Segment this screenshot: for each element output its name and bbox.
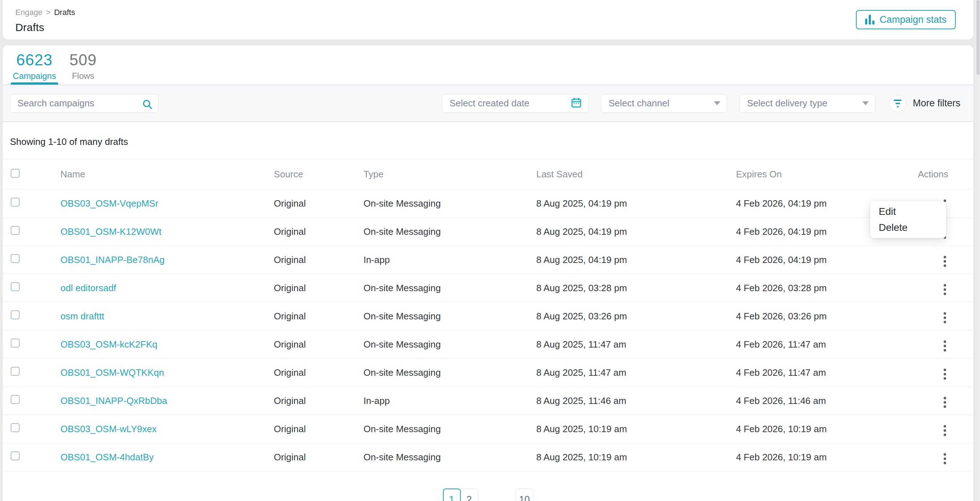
source-cell: Original: [274, 424, 306, 434]
type-cell: On-site Messaging: [363, 367, 441, 378]
source-cell: Original: [274, 367, 306, 378]
created-date-filter[interactable]: Select created date: [442, 94, 589, 113]
menu-item-delete[interactable]: Delete: [870, 219, 946, 236]
expires-on-cell: 4 Feb 2026, 11:47 am: [736, 339, 826, 350]
campaign-name-link[interactable]: OBS03_OSM-kcK2FKq: [60, 339, 158, 350]
last-saved-cell: 8 Aug 2025, 04:19 pm: [536, 198, 627, 209]
row-actions-kebab-icon[interactable]: [940, 366, 950, 383]
page-header-card: Engage > Drafts Drafts Campaign stats: [3, 0, 973, 39]
page-button-2[interactable]: 2: [460, 488, 478, 501]
breadcrumb: Engage > Drafts: [15, 8, 973, 17]
source-cell: Original: [274, 311, 306, 322]
row-checkbox[interactable]: [11, 423, 20, 432]
search-icon[interactable]: [142, 99, 153, 111]
table-row: OBS03_OSM-kcK2FKq Original On-site Messa…: [3, 330, 973, 359]
table-row: OBS01_INAPP-Be78nAg Original In-app 8 Au…: [3, 246, 973, 274]
campaign-stats-button[interactable]: Campaign stats: [856, 10, 956, 29]
select-all-checkbox[interactable]: [11, 169, 20, 178]
table-row: OBS03_OSM-wLY9xex Original On-site Messa…: [3, 415, 973, 443]
breadcrumb-parent[interactable]: Engage: [15, 8, 43, 17]
type-cell: On-site Messaging: [363, 452, 441, 463]
row-actions-kebab-icon[interactable]: [940, 281, 950, 298]
calendar-icon: [571, 97, 582, 110]
campaign-name-link[interactable]: OBS01_OSM-WQTKKqn: [60, 367, 164, 378]
row-actions-kebab-icon[interactable]: [940, 450, 950, 467]
page-title: Drafts: [15, 21, 973, 34]
tab-flows[interactable]: 509 Flows: [66, 45, 100, 85]
row-checkbox[interactable]: [11, 452, 20, 460]
row-actions-menu: Edit Delete: [870, 201, 946, 238]
row-actions-kebab-icon[interactable]: [940, 394, 950, 411]
table-row: OBS01_OSM-WQTKKqn Original On-site Messa…: [3, 359, 973, 387]
row-actions-kebab-icon[interactable]: [940, 338, 950, 354]
row-actions-kebab-icon[interactable]: [940, 422, 950, 439]
delivery-type-filter[interactable]: Select delivery type: [739, 94, 875, 113]
row-checkbox[interactable]: [11, 198, 20, 207]
type-cell: On-site Messaging: [363, 226, 441, 237]
campaigns-count: 6623: [16, 51, 53, 69]
row-checkbox[interactable]: [11, 310, 20, 319]
campaign-name-link[interactable]: OBS03_OSM-VqepMSr: [60, 198, 159, 209]
campaign-name-link[interactable]: OBS01_INAPP-Be78nAg: [60, 254, 165, 265]
source-cell: Original: [274, 396, 306, 406]
tab-campaigns[interactable]: 6623 Campaigns: [11, 45, 58, 85]
row-actions-kebab-icon[interactable]: [940, 310, 950, 326]
type-cell: On-site Messaging: [363, 198, 441, 209]
campaign-name-link[interactable]: OBS03_OSM-wLY9xex: [60, 424, 157, 434]
page-button-1[interactable]: 1: [443, 488, 461, 501]
created-date-placeholder: Select created date: [449, 98, 529, 109]
campaign-name-link[interactable]: OBS01_OSM-4hdatBy: [60, 452, 154, 463]
campaign-name-link[interactable]: odl editorsadf: [60, 282, 116, 293]
search-input[interactable]: [10, 98, 158, 109]
page-button-10[interactable]: 10: [515, 488, 533, 501]
flows-label: Flows: [72, 71, 94, 81]
table-row: osm drafttt Original On-site Messaging 8…: [3, 302, 973, 330]
last-saved-cell: 8 Aug 2025, 03:28 pm: [536, 282, 627, 293]
source-cell: Original: [274, 254, 306, 265]
type-cell: In-app: [363, 396, 390, 406]
source-cell: Original: [274, 198, 306, 209]
campaign-name-link[interactable]: OBS01_OSM-K12W0Wt: [60, 226, 162, 237]
last-saved-cell: 8 Aug 2025, 11:47 am: [536, 339, 627, 350]
drafts-table: Name Source Type Last Saved Expires On A…: [3, 159, 973, 471]
last-saved-cell: 8 Aug 2025, 11:47 am: [536, 367, 627, 378]
expires-on-cell: 4 Feb 2026, 03:26 pm: [736, 311, 827, 322]
campaign-name-link[interactable]: osm drafttt: [60, 311, 105, 322]
menu-item-edit[interactable]: Edit: [870, 203, 946, 219]
last-saved-cell: 8 Aug 2025, 10:19 am: [536, 452, 627, 463]
row-checkbox[interactable]: [11, 339, 20, 348]
expires-on-cell: 4 Feb 2026, 03:28 pm: [736, 282, 827, 293]
source-cell: Original: [274, 339, 306, 350]
expires-on-cell: 4 Feb 2026, 11:47 am: [736, 367, 826, 378]
table-row: OBS03_OSM-VqepMSr Original On-site Messa…: [3, 190, 973, 218]
type-cell: In-app: [363, 254, 390, 265]
campaign-name-link[interactable]: OBS01_INAPP-QxRbDba: [60, 396, 167, 406]
page: Engage > Drafts Drafts Campaign stats 66…: [0, 0, 980, 501]
filter-bar: Select created date Select channel Selec: [3, 85, 973, 122]
row-checkbox[interactable]: [11, 367, 20, 376]
type-cell: On-site Messaging: [363, 424, 441, 434]
search-box: [10, 94, 159, 113]
row-actions-kebab-icon[interactable]: [940, 253, 950, 270]
results-summary: Showing 1-10 of many drafts: [3, 122, 973, 147]
channel-filter[interactable]: Select channel: [601, 94, 727, 113]
table-row: odl editorsadf Original On-site Messagin…: [3, 274, 973, 302]
scrollbar-thumb[interactable]: [977, 0, 980, 75]
column-header-last-saved: Last Saved: [536, 160, 736, 190]
filter-funnel-icon: [889, 95, 906, 112]
expires-on-cell: 4 Feb 2026, 11:46 am: [736, 396, 826, 406]
campaign-stats-label: Campaign stats: [880, 14, 947, 26]
type-cell: On-site Messaging: [363, 282, 441, 293]
row-checkbox[interactable]: [11, 254, 20, 263]
source-cell: Original: [274, 452, 306, 463]
scrollbar-track[interactable]: [976, 0, 980, 501]
type-cell: On-site Messaging: [363, 339, 441, 350]
column-header-source: Source: [274, 160, 363, 190]
column-header-type: Type: [363, 160, 536, 190]
last-saved-cell: 8 Aug 2025, 11:46 am: [536, 396, 627, 406]
source-cell: Original: [274, 226, 306, 237]
row-checkbox[interactable]: [11, 282, 20, 291]
row-checkbox[interactable]: [11, 395, 20, 404]
row-checkbox[interactable]: [11, 226, 20, 235]
more-filters-button[interactable]: More filters: [889, 95, 960, 112]
